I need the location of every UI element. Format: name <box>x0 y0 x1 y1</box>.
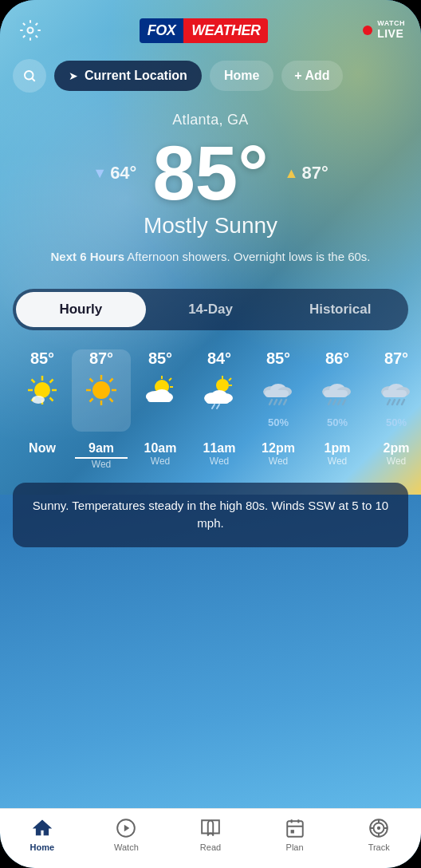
live-indicator <box>363 26 372 35</box>
hour-precip: 50% <box>386 416 407 428</box>
book-icon <box>199 817 222 839</box>
home-location-label: Home <box>224 69 259 82</box>
nav-read[interactable]: Read <box>187 817 234 852</box>
svg-marker-64 <box>124 825 130 832</box>
bottom-navigation: Home Watch Read <box>0 808 421 868</box>
hour-precip: 50% <box>268 416 289 428</box>
add-location-label: + Add <box>294 69 329 82</box>
forecast-tab-bar: Hourly 14-Day Historical <box>13 289 408 330</box>
rainy-icon <box>379 374 414 413</box>
search-button[interactable] <box>13 59 46 93</box>
hour-temp: 87° <box>384 349 408 368</box>
hour-temp: 85° <box>148 349 172 368</box>
svg-line-7 <box>32 379 35 382</box>
forecast-text: Afternoon showers. Overnight lows is the… <box>124 250 371 263</box>
time-label: 9am <box>75 441 128 459</box>
time-item-1pm: 1pm Wed <box>308 441 367 470</box>
tab-historical[interactable]: Historical <box>275 292 405 327</box>
svg-line-8 <box>50 397 53 400</box>
nav-watch-label: Watch <box>114 842 139 852</box>
svg-point-11 <box>32 396 45 404</box>
hourly-scroll-container[interactable]: 85° <box>0 349 421 432</box>
svg-line-59 <box>388 400 390 404</box>
live-label: LIVE <box>377 28 405 40</box>
nav-read-label: Read <box>200 842 221 852</box>
add-location-button[interactable]: + Add <box>281 61 342 91</box>
time-label: 11am <box>193 441 246 456</box>
svg-line-51 <box>329 400 331 404</box>
temp-low: ▼ 64° <box>92 163 136 183</box>
weather-description-text: Sunny. Temperatures steady in the high 8… <box>29 497 392 533</box>
hour-temp: 87° <box>89 349 113 368</box>
rainy-icon <box>261 374 296 413</box>
svg-line-9 <box>50 379 53 382</box>
nav-home[interactable]: Home <box>18 817 66 852</box>
watch-live-button[interactable]: WATCH LIVE <box>363 20 405 40</box>
hour-item-10am: 85° <box>131 349 190 432</box>
temperature-row: ▼ 64° 85° ▲ 87° <box>16 135 405 211</box>
svg-line-46 <box>284 400 286 404</box>
hour-item-1pm: 86° 50% <box>308 349 367 432</box>
fox-weather-logo: FOX WEATHER <box>140 18 269 43</box>
rainy-icon <box>320 374 355 413</box>
sunny-hot-icon <box>85 374 117 410</box>
time-item-9am: 9am Wed <box>72 441 131 470</box>
time-sub-label: Wed <box>370 456 421 467</box>
hour-item-12pm: 85° 50% <box>249 349 308 432</box>
temp-current: 85° <box>152 135 268 211</box>
logo-fox: FOX <box>140 18 184 43</box>
play-icon <box>115 817 137 839</box>
target-icon <box>368 817 390 839</box>
time-item-now: Now <box>13 441 72 470</box>
weather-main: Atlanta, GA ▼ 64° 85° ▲ 87° Mostly Sunny… <box>0 99 421 274</box>
tab-hourly[interactable]: Hourly <box>16 292 146 327</box>
app-header: FOX WEATHER WATCH LIVE <box>0 0 421 53</box>
nav-home-label: Home <box>30 842 55 852</box>
svg-line-37 <box>212 404 214 408</box>
svg-line-23 <box>169 378 171 381</box>
svg-point-2 <box>34 382 50 398</box>
svg-rect-28 <box>148 396 171 402</box>
svg-point-0 <box>28 28 33 34</box>
nav-plan[interactable]: Plan <box>271 817 319 852</box>
forecast-description: Next 6 Hours Afternoon showers. Overnigh… <box>16 248 405 266</box>
svg-line-61 <box>397 400 399 404</box>
svg-line-44 <box>274 400 277 404</box>
svg-rect-50 <box>324 390 348 397</box>
svg-point-12 <box>92 381 110 399</box>
svg-line-31 <box>229 378 231 381</box>
svg-line-17 <box>90 378 93 381</box>
current-location-button[interactable]: ➤ Current Location <box>54 61 202 91</box>
temp-low-value: 64° <box>110 163 136 183</box>
settings-icon[interactable] <box>16 16 45 45</box>
time-label: 1pm <box>311 441 364 456</box>
forecast-bold: Next 6 Hours <box>50 250 124 263</box>
sunny-icon <box>26 374 58 410</box>
nav-track-label: Track <box>368 842 390 852</box>
svg-line-19 <box>110 378 113 381</box>
navigation-arrow-icon: ➤ <box>69 69 78 82</box>
tab-14day[interactable]: 14-Day <box>146 292 276 327</box>
temp-high: ▲ 87° <box>285 163 329 183</box>
home-location-button[interactable]: Home <box>210 61 273 91</box>
svg-line-62 <box>402 400 404 404</box>
nav-track[interactable]: Track <box>355 817 403 852</box>
svg-point-1 <box>25 71 33 80</box>
nav-plan-label: Plan <box>286 842 304 852</box>
home-icon <box>31 817 53 839</box>
time-row: Now 9am Wed 10am Wed 11am Wed 12pm We <box>0 432 421 473</box>
time-sub-label: Wed <box>75 459 128 470</box>
svg-line-43 <box>270 400 272 404</box>
svg-rect-69 <box>290 830 293 833</box>
city-name: Atlanta, GA <box>16 112 405 128</box>
time-label: 2pm <box>370 441 421 456</box>
svg-rect-65 <box>287 821 303 837</box>
calendar-icon <box>284 817 306 839</box>
location-bar: ➤ Current Location Home + Add <box>0 53 421 99</box>
nav-watch[interactable]: Watch <box>102 817 150 852</box>
hour-item-2pm: 87° 50% <box>367 349 421 432</box>
hour-precip: 50% <box>327 416 348 428</box>
temp-low-arrow-icon: ▼ <box>92 165 107 182</box>
hour-item-now: 85° <box>13 349 72 432</box>
time-label: 10am <box>134 441 187 456</box>
